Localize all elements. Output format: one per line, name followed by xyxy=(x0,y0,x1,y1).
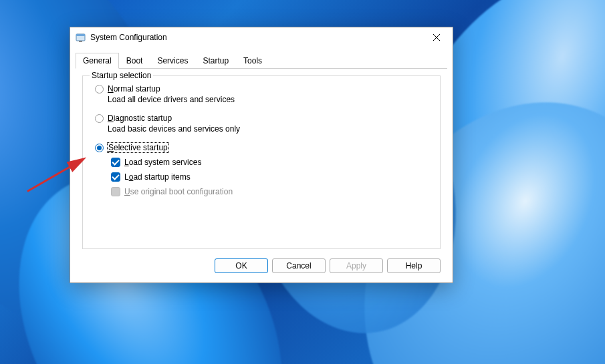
group-legend: Startup selection xyxy=(90,71,153,80)
radio-icon xyxy=(95,114,104,123)
tab-services[interactable]: Services xyxy=(150,53,195,68)
tab-content: Startup selection Normal startup Load al… xyxy=(70,69,453,258)
close-icon xyxy=(433,34,440,41)
close-button[interactable] xyxy=(426,29,447,45)
app-icon xyxy=(76,32,86,43)
check-load-system-services[interactable]: Load system services xyxy=(111,158,431,167)
radio-diagnostic-startup[interactable]: Diagnostic startup xyxy=(95,114,431,123)
radio-selective-startup[interactable]: Selective startup xyxy=(95,143,431,152)
tab-startup[interactable]: Startup xyxy=(195,53,236,68)
window-title: System Configuration xyxy=(90,33,426,42)
system-configuration-dialog: System Configuration General Boot Servic… xyxy=(70,27,453,283)
cancel-button[interactable]: Cancel xyxy=(272,258,326,273)
titlebar: System Configuration xyxy=(70,27,453,47)
help-button[interactable]: Help xyxy=(387,258,441,273)
tab-tools[interactable]: Tools xyxy=(236,53,269,68)
tab-general[interactable]: General xyxy=(76,53,119,69)
radio-label: Normal startup xyxy=(108,84,160,94)
svg-rect-1 xyxy=(76,34,85,36)
radio-normal-startup[interactable]: Normal startup xyxy=(95,84,431,94)
svg-rect-2 xyxy=(79,41,82,42)
startup-selection-group: Startup selection Normal startup Load al… xyxy=(82,75,441,249)
radio-label: Selective startup xyxy=(108,143,168,152)
radio-icon xyxy=(95,85,104,94)
checkbox-icon xyxy=(111,187,120,196)
radio-icon xyxy=(95,144,104,152)
check-label: Load system services xyxy=(124,158,201,167)
check-label: Load startup items xyxy=(124,172,191,182)
check-use-original-boot: Use original boot configuration xyxy=(111,187,431,196)
checkbox-icon xyxy=(111,158,120,167)
check-load-startup-items[interactable]: Load startup items xyxy=(111,172,431,182)
ok-button[interactable]: OK xyxy=(215,258,268,273)
diagnostic-startup-desc: Load basic devices and services only xyxy=(108,124,431,134)
dialog-buttons: OK Cancel Apply Help xyxy=(70,258,453,283)
normal-startup-desc: Load all device drivers and services xyxy=(108,95,431,104)
apply-button: Apply xyxy=(330,258,383,273)
tab-boot[interactable]: Boot xyxy=(119,53,150,68)
check-label: Use original boot configuration xyxy=(124,187,233,196)
tabs-container: General Boot Services Startup Tools xyxy=(70,47,453,69)
checkbox-icon xyxy=(111,172,120,182)
radio-label: Diagnostic startup xyxy=(108,114,172,123)
